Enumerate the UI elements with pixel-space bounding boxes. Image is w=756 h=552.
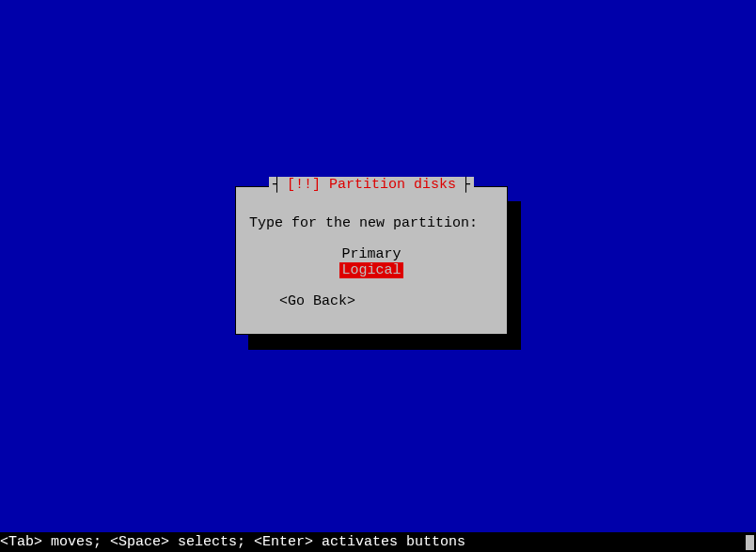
dialog-content: Type for the new partition: Primary Logi… <box>236 187 507 323</box>
dialog-title: [!!] Partition disks <box>285 177 458 193</box>
title-bracket-left: ┤ <box>269 177 285 193</box>
partition-type-prompt: Type for the new partition: <box>249 215 494 231</box>
partition-dialog: ┤[!!] Partition disks├ Type for the new … <box>235 186 508 335</box>
help-bar: <Tab> moves; <Space> selects; <Enter> ac… <box>0 532 756 552</box>
options-list: Primary Logical <box>249 246 494 278</box>
title-bracket-right: ├ <box>458 177 474 193</box>
option-primary[interactable]: Primary <box>341 246 401 262</box>
cursor-indicator <box>746 535 754 550</box>
option-logical[interactable]: Logical <box>339 262 402 278</box>
go-back-button[interactable]: <Go Back> <box>279 293 494 309</box>
